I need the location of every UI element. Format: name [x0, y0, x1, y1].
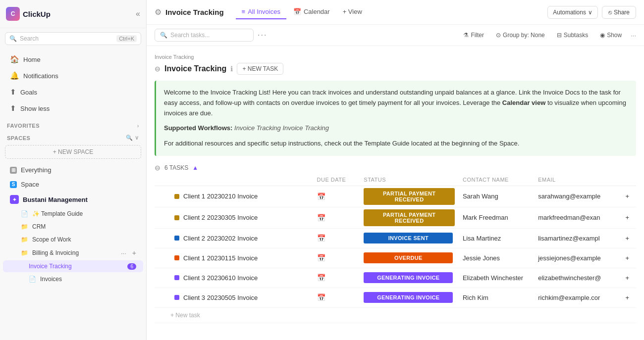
status-badge: PARTIAL PAYMENT RECEIVED — [364, 209, 455, 226]
share-button[interactable]: ⎋ Share — [602, 6, 636, 19]
table-row[interactable]: Client 3 20230610 Invoice 📅 GENERATING I… — [155, 268, 636, 288]
task-due-date-2[interactable]: 📅 — [313, 228, 360, 248]
bustani-icon: ✦ — [10, 195, 19, 204]
billing-add-icon[interactable]: + — [132, 249, 136, 257]
task-email-5: richkim@example.cor — [534, 288, 621, 307]
workflow-link-text: Invoice Tracking — [282, 124, 329, 132]
collapse-sidebar-button[interactable]: « — [136, 9, 140, 18]
content-area: Invoice Tracking ⊖ Invoice Tracking ℹ + … — [147, 46, 644, 340]
task-contact-2: Lisa Martinez — [459, 228, 534, 248]
task-due-date-5[interactable]: 📅 — [313, 288, 360, 307]
workflow-link[interactable]: Invoice Tracking — [234, 124, 281, 132]
task-due-date-1[interactable]: 📅 — [313, 207, 360, 228]
filter-button[interactable]: ⚗ Filter — [460, 30, 487, 41]
sidebar-item-show-less[interactable]: ⬆ Show less — [3, 100, 143, 116]
sidebar-item-template-guide[interactable]: 📄 ✨ Template Guide — [3, 208, 143, 220]
sort-icon[interactable]: ▲ — [192, 164, 198, 171]
col-header-status: STATUS — [360, 174, 459, 186]
task-status-cell-5: GENERATING INVOICE — [360, 288, 459, 307]
task-add-col-2[interactable]: + — [622, 228, 636, 248]
section-info-icon[interactable]: ℹ — [230, 65, 233, 73]
tasks-collapse-icon[interactable]: ⊖ — [155, 164, 161, 172]
header-tabs: ≡ All Invoices 📅 Calendar + View — [236, 5, 368, 19]
everything-label: Everything — [21, 166, 51, 174]
col-header-due-date[interactable]: DUE DATE — [313, 174, 360, 186]
new-task-button[interactable]: + NEW TASK — [237, 63, 283, 75]
invoices-label: Invoices — [40, 276, 62, 283]
tab-all-invoices[interactable]: ≡ All Invoices — [236, 5, 286, 19]
search-bar[interactable]: 🔍 Search Ctrl+K — [5, 32, 141, 45]
group-by-button[interactable]: ⊙ Group by: None — [493, 30, 548, 41]
task-due-date-0[interactable]: 📅 — [313, 186, 360, 207]
task-add-col-5[interactable]: + — [622, 288, 636, 307]
calendar-icon: 📅 — [317, 254, 325, 262]
spaces-section-header: SPACES 🔍 ∨ — [0, 131, 146, 143]
goals-icon: ⬆ — [10, 88, 16, 97]
subtasks-button[interactable]: ⊟ Subtasks — [554, 30, 591, 41]
tab-calendar[interactable]: 📅 Calendar — [287, 5, 336, 19]
filter-icon: ⚗ — [463, 32, 469, 39]
task-email-0: sarahwang@example — [534, 186, 621, 207]
table-row[interactable]: Client 2 20230202 Invoice 📅 INVOICE SENT… — [155, 228, 636, 248]
tasks-header-row: ⊖ 6 TASKS ▲ — [155, 164, 636, 172]
task-add-col-0[interactable]: + — [622, 186, 636, 207]
task-color-dot — [174, 255, 179, 260]
task-name: Client 2 20230305 Invoice — [183, 214, 258, 221]
task-status-cell-0: PARTIAL PAYMENT RECEIVED — [360, 186, 459, 207]
task-color-dot — [174, 236, 179, 241]
sidebar-item-invoices[interactable]: 📄 Invoices — [3, 273, 143, 285]
header-title: Invoice Tracking — [165, 8, 224, 16]
sidebar-item-space[interactable]: S Space — [3, 178, 143, 191]
show-button[interactable]: ◉ Show — [597, 30, 625, 41]
toolbar-more-icon[interactable]: ··· — [631, 32, 636, 39]
calendar-icon: 📅 — [317, 234, 325, 242]
table-row[interactable]: Client 1 20230210 Invoice 📅 PARTIAL PAYM… — [155, 186, 636, 207]
col-header-contact: CONTACT NAME — [459, 174, 534, 186]
invoice-tracking-badge: 6 — [127, 263, 136, 270]
sidebar: C ClickUp « 🔍 Search Ctrl+K 🏠 Home 🔔 Not… — [0, 0, 147, 340]
table-row[interactable]: Client 3 20230505 Invoice 📅 GENERATING I… — [155, 288, 636, 307]
spaces-header-icons[interactable]: 🔍 ∨ — [126, 135, 139, 141]
space-dot: S — [10, 181, 17, 188]
sidebar-item-notifications[interactable]: 🔔 Notifications — [3, 68, 143, 84]
toolbar-options-icon[interactable]: ··· — [258, 31, 267, 40]
logo-area: C ClickUp — [6, 7, 51, 21]
search-shortcut: Ctrl+K — [116, 35, 137, 42]
template-guide-text: For additional resources and specific se… — [164, 139, 628, 149]
section-collapse-icon[interactable]: ⊖ — [155, 65, 161, 73]
main-content: ⚙ Invoice Tracking ≡ All Invoices 📅 Cale… — [147, 0, 644, 340]
task-add-col-4[interactable]: + — [622, 268, 636, 288]
task-add-col-3[interactable]: + — [622, 248, 636, 268]
automations-button[interactable]: Automations ∨ — [547, 6, 598, 19]
task-add-col-1[interactable]: + — [622, 207, 636, 228]
billing-options-icon[interactable]: ··· — [121, 249, 126, 257]
search-icon: 🔍 — [9, 35, 17, 42]
sidebar-item-crm[interactable]: 📁 CRM — [3, 221, 143, 233]
new-task-label: + NEW TASK — [242, 65, 278, 72]
tab-add-view[interactable]: + View — [337, 5, 368, 19]
section-title-row: ⊖ Invoice Tracking ℹ + NEW TASK — [155, 63, 636, 75]
new-space-label: + NEW SPACE — [53, 148, 93, 155]
sidebar-item-goals[interactable]: ⬆ Goals — [3, 84, 143, 100]
sidebar-item-scope-of-work[interactable]: 📁 Scope of Work — [3, 234, 143, 245]
calendar-icon: 📅 — [317, 214, 325, 222]
col-header-add — [622, 174, 636, 186]
sidebar-item-bustani[interactable]: ✦ Bustani Management — [3, 192, 143, 207]
sidebar-item-invoice-tracking[interactable]: Invoice Tracking 6 — [3, 260, 143, 272]
table-row[interactable]: Client 1 20230115 Invoice 📅 OVERDUE Jess… — [155, 248, 636, 268]
task-due-date-4[interactable]: 📅 — [313, 268, 360, 288]
sidebar-item-everything[interactable]: ⊞ Everything — [3, 163, 143, 177]
sidebar-item-billing-invoicing[interactable]: 📁 Billing & Invoicing ··· + — [3, 246, 143, 259]
table-row[interactable]: Client 2 20230305 Invoice 📅 PARTIAL PAYM… — [155, 207, 636, 228]
new-space-button[interactable]: + NEW SPACE — [5, 145, 141, 159]
task-color-dot — [174, 215, 179, 220]
new-task-row[interactable]: + New task — [155, 307, 636, 323]
task-due-date-3[interactable]: 📅 — [313, 248, 360, 268]
favorites-header-icons[interactable]: › — [137, 123, 139, 129]
sidebar-item-home[interactable]: 🏠 Home — [3, 51, 143, 67]
billing-label: Billing & Invoicing — [32, 249, 79, 256]
sidebar-nav: 🏠 Home 🔔 Notifications ⬆ Goals ⬆ Show le… — [0, 49, 146, 119]
search-tasks-input[interactable]: 🔍 Search tasks... — [155, 29, 254, 42]
new-task-cell[interactable]: + New task — [155, 307, 636, 323]
everything-dot: ⊞ — [10, 167, 17, 174]
